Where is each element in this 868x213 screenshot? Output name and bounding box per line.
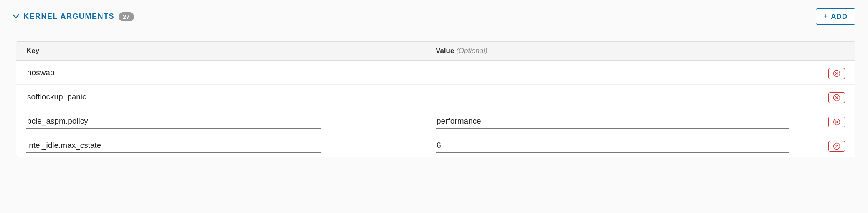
add-button[interactable]: + ADD	[816, 8, 855, 25]
value-input[interactable]	[436, 139, 789, 153]
add-button-label: ADD	[831, 13, 848, 21]
header-value: Value (Optional)	[436, 47, 812, 55]
count-badge: 27	[119, 12, 134, 21]
section-title: KERNEL ARGUMENTS	[23, 12, 114, 21]
header-value-text: Value	[436, 47, 454, 55]
kernel-arguments-table: Key Value (Optional)	[16, 41, 855, 157]
close-circle-icon	[833, 118, 840, 126]
key-input[interactable]	[26, 139, 321, 153]
table-row	[16, 109, 855, 133]
table-row	[16, 61, 855, 85]
chevron-down-icon	[13, 13, 19, 20]
delete-button[interactable]	[828, 92, 845, 103]
close-circle-icon	[833, 142, 840, 150]
key-input[interactable]	[26, 115, 321, 129]
section-header: KERNEL ARGUMENTS 27 + ADD	[13, 8, 855, 25]
delete-button[interactable]	[828, 141, 845, 152]
key-input[interactable]	[26, 66, 321, 80]
close-circle-icon	[833, 70, 840, 77]
table-row	[16, 133, 855, 157]
value-input[interactable]	[436, 66, 789, 80]
delete-button[interactable]	[828, 117, 845, 127]
value-input[interactable]	[436, 91, 789, 104]
value-input[interactable]	[436, 115, 789, 129]
table-row	[16, 85, 855, 109]
table-header: Key Value (Optional)	[16, 42, 855, 61]
header-key: Key	[26, 47, 436, 55]
key-input[interactable]	[26, 91, 321, 104]
delete-button[interactable]	[828, 68, 845, 79]
close-circle-icon	[833, 94, 840, 101]
header-value-optional: (Optional)	[456, 47, 487, 55]
section-toggle[interactable]: KERNEL ARGUMENTS 27	[13, 12, 134, 21]
plus-icon: +	[824, 12, 829, 21]
